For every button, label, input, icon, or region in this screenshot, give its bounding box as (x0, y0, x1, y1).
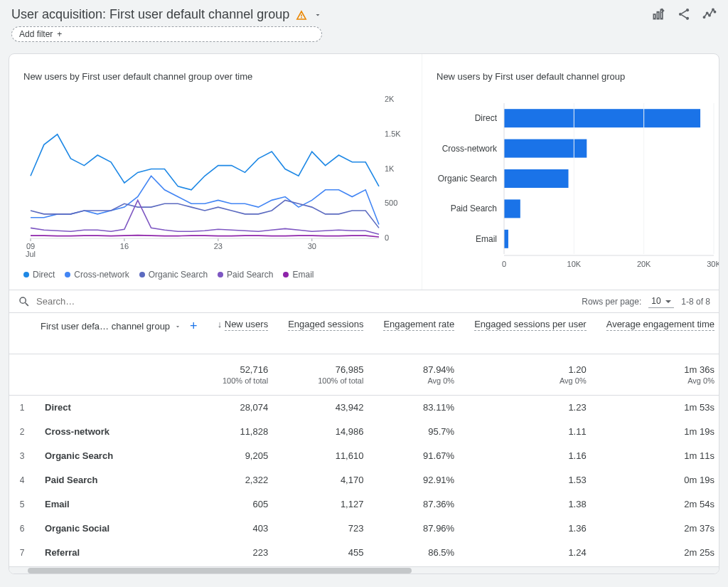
cell-avg_engagement_time: 0m 19s (596, 468, 719, 492)
svg-text:Email: Email (476, 234, 497, 244)
cell-engaged_sessions: 14,986 (278, 420, 373, 444)
svg-rect-29 (504, 139, 587, 158)
legend-item[interactable]: Direct (23, 270, 55, 280)
svg-text:1K: 1K (385, 164, 395, 173)
legend-item[interactable]: Email (283, 270, 314, 280)
svg-text:30K: 30K (707, 260, 719, 268)
svg-rect-2 (660, 9, 663, 18)
cell-engaged_sessions_per_user: 1.24 (464, 541, 596, 565)
svg-point-6 (703, 16, 705, 18)
row-name: Cross-network (35, 420, 208, 444)
share-icon[interactable] (677, 7, 691, 21)
page-range: 1-8 of 8 (681, 297, 710, 307)
cell-engagement_rate: 91.67% (373, 444, 464, 468)
table-row[interactable]: 6Organic Social40372387.96%1.362m 37s19,… (9, 517, 719, 541)
add-dimension-button[interactable]: + (190, 319, 198, 334)
cell-avg_engagement_time: 1m 19s (596, 420, 719, 444)
row-name: Organic Social (35, 517, 208, 541)
svg-rect-35 (504, 230, 508, 248)
row-index: 2 (9, 420, 35, 444)
cell-new_users: 223 (208, 541, 279, 565)
page-title: User acquisition: First user default cha… (11, 7, 289, 22)
legend-dot-icon (139, 272, 145, 277)
row-index: 7 (9, 541, 35, 565)
row-name: Paid Search (35, 468, 208, 492)
column-header-engaged_sessions_per_user[interactable]: Engaged sessions per user (474, 319, 587, 329)
cell-new_users: 605 (208, 492, 279, 517)
legend-item[interactable]: Cross-network (65, 270, 129, 280)
legend-item[interactable]: Organic Search (139, 270, 208, 280)
row-index: 6 (9, 517, 35, 541)
svg-text:0: 0 (385, 233, 389, 242)
cell-avg_engagement_time: 2m 25s (596, 541, 719, 565)
chevron-down-icon[interactable] (174, 323, 181, 330)
rows-per-page-label: Rows per page: (582, 297, 641, 307)
line-chart: 05001K1.5K2K09162330Jul (23, 96, 407, 260)
cell-engagement_rate: 92.91% (373, 468, 464, 492)
legend-dot-icon (283, 272, 289, 277)
table-row[interactable]: 1Direct28,07443,94283.11%1.231m 53s936,9… (9, 396, 719, 420)
cell-engaged_sessions: 455 (278, 541, 373, 565)
svg-text:2K: 2K (385, 96, 395, 103)
cell-engaged_sessions_per_user: 1.36 (464, 517, 596, 541)
row-name: Referral (35, 541, 208, 565)
cell-engaged_sessions_per_user: 1.38 (464, 492, 596, 517)
svg-text:Organic Search: Organic Search (438, 174, 497, 184)
svg-rect-0 (653, 14, 655, 19)
svg-rect-1 (657, 12, 659, 19)
legend-label: Organic Search (149, 270, 208, 280)
table-row[interactable]: 4Paid Search2,3224,17092.91%1.530m 19s28… (9, 468, 719, 492)
cell-engaged_sessions_per_user: 1.11 (464, 420, 596, 444)
table-row[interactable]: 2Cross-network11,82814,98695.7%1.111m 19… (9, 420, 719, 444)
svg-point-7 (707, 12, 708, 14)
svg-text:16: 16 (120, 242, 129, 250)
bar-chart-title: New users by First user default channel … (437, 71, 719, 82)
add-filter-button[interactable]: Add filter + (11, 26, 322, 42)
customize-report-icon[interactable] (651, 7, 665, 21)
svg-text:30: 30 (308, 242, 316, 250)
rows-per-page-select[interactable]: 10 (648, 295, 674, 308)
column-header-new_users[interactable]: ↓ New users (218, 319, 269, 329)
bar-chart: DirectCross-networkOrganic SearchPaid Se… (437, 96, 719, 274)
dimension-header[interactable]: First user defa… channel group (41, 321, 170, 332)
svg-text:20K: 20K (637, 260, 651, 268)
legend-item[interactable]: Paid Search (218, 270, 273, 280)
insights-icon[interactable] (702, 7, 717, 21)
totals-row: 52,716100% of total76,985100% of total87… (9, 354, 719, 396)
column-header-engagement_rate[interactable]: Engagement rate (383, 319, 454, 329)
data-table-scroll[interactable]: First user defa… channel group+↓ New use… (9, 313, 719, 566)
row-name: Organic Search (35, 444, 208, 468)
row-index: 4 (9, 468, 35, 492)
cell-avg_engagement_time: 1m 11s (596, 444, 719, 468)
svg-point-8 (709, 15, 710, 16)
svg-text:23: 23 (214, 242, 223, 250)
svg-text:1.5K: 1.5K (385, 129, 401, 138)
plus-icon: + (57, 29, 62, 39)
search-input[interactable] (36, 296, 193, 307)
column-header-engaged_sessions[interactable]: Engaged sessions (288, 319, 363, 329)
table-row[interactable]: 3Organic Search9,20511,61091.67%1.161m 1… (9, 444, 719, 468)
cell-new_users: 28,074 (208, 396, 279, 420)
row-name: Direct (35, 396, 208, 420)
warning-icon (295, 9, 308, 21)
data-table: First user defa… channel group+↓ New use… (9, 313, 719, 566)
row-index: 1 (9, 396, 35, 420)
search-icon (18, 295, 31, 308)
cell-engaged_sessions: 1,127 (278, 492, 373, 517)
cell-avg_engagement_time: 2m 37s (596, 517, 719, 541)
legend-label: Direct (33, 270, 55, 280)
table-row[interactable]: 5Email6051,12787.36%1.382m 54s32,464 (9, 492, 719, 517)
legend-dot-icon (65, 272, 70, 277)
column-header-avg_engagement_time[interactable]: Average engagement time (606, 319, 714, 329)
horizontal-scrollbar[interactable] (9, 566, 719, 573)
sort-arrow-icon: ↓ (218, 319, 225, 329)
svg-text:10K: 10K (567, 260, 582, 268)
svg-text:Cross-network: Cross-network (442, 144, 498, 154)
total-avg_engagement_time: 1m 36s (684, 364, 714, 375)
total-engagement_rate: 87.94% (423, 364, 454, 375)
cell-new_users: 11,828 (208, 420, 279, 444)
add-filter-label: Add filter (19, 29, 53, 39)
table-row[interactable]: 7Referral22345586.5%1.242m 25s11,945 (9, 541, 719, 565)
title-dropdown[interactable] (314, 11, 322, 19)
svg-point-9 (712, 9, 714, 10)
